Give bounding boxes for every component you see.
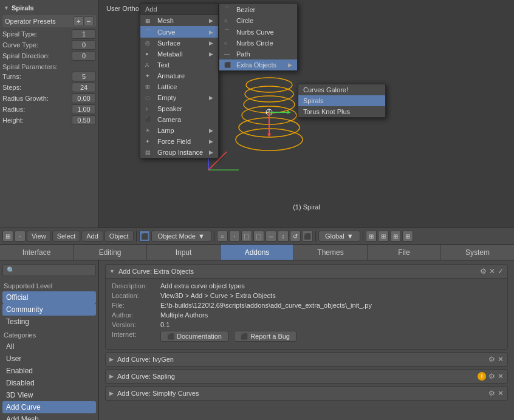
addons-panel: Supported Level Official Community Testi… (0, 260, 514, 420)
tb-sep2 (214, 231, 214, 242)
report-btn[interactable]: ⬛ Report a Bug (234, 331, 296, 342)
tb-sep1 (136, 231, 137, 242)
tb-icon1[interactable]: ○ (217, 231, 228, 242)
menu-item-forcefield[interactable]: ✦ Force Field ▶ (140, 136, 218, 147)
operator-add-btn[interactable]: + (74, 16, 83, 26)
tab-editing[interactable]: Editing (74, 245, 147, 260)
tb-grid1[interactable]: ⊞ (366, 231, 377, 242)
submenu-path[interactable]: — Path (219, 49, 297, 59)
addon-check-icon[interactable]: ✓ (498, 267, 504, 276)
tb-icon4[interactable]: ⬚ (253, 231, 264, 242)
menu-item-group[interactable]: ▤ Group Instance ▶ (140, 147, 218, 158)
metaball-icon: ● (145, 51, 155, 57)
simplify-gear-icon[interactable]: ⚙ (488, 389, 495, 398)
tb-grid3[interactable]: ⊞ (390, 231, 401, 242)
object-btn[interactable]: Object (105, 231, 134, 242)
camera-icon: ⬛ (145, 117, 155, 123)
sapling-arrow: ▶ (109, 373, 114, 379)
menu-item-speaker[interactable]: ♪ Speaker (140, 103, 218, 114)
curve-submenu: ⌒ Bezier ○ Circle ⌒ Nurbs Curve ○ Nurbs … (219, 3, 298, 71)
tab-themes[interactable]: Themes (294, 245, 368, 260)
menu-item-surface[interactable]: ◎ Surface ▶ (140, 38, 218, 49)
simplify-close-icon[interactable]: ✕ (498, 389, 504, 398)
tab-system[interactable]: System (441, 245, 514, 260)
simplify-icons: ⚙ ✕ (488, 389, 504, 398)
view-btn[interactable]: View (27, 231, 51, 242)
tb-icon7[interactable]: ↺ (290, 231, 301, 242)
global-selector[interactable]: Global ▼ (318, 231, 360, 242)
file-row: File: E:\b-builds\1220\2.69\scripts\addo… (112, 302, 501, 309)
level-testing[interactable]: Testing (2, 316, 96, 328)
cat-enabled[interactable]: Enabled (2, 365, 96, 377)
tb-icon2[interactable]: · (229, 231, 240, 242)
tb-icon5[interactable]: ↔ (266, 231, 276, 242)
sapling-gear-icon[interactable]: ⚙ (488, 372, 495, 381)
tab-addons[interactable]: Addons (221, 245, 294, 260)
menu-item-armature[interactable]: ✦ Armature (140, 70, 218, 81)
forcefield-icon: ✦ (145, 138, 155, 144)
level-official[interactable]: Official (2, 291, 96, 303)
extra-spirals[interactable]: Spirals (298, 95, 385, 106)
tab-input[interactable]: Input (147, 245, 221, 260)
toolbar-grid-icon[interactable]: ⊞ (2, 231, 13, 242)
curve-arrow: ▶ (209, 29, 213, 35)
tb-grid2[interactable]: ⊞ (378, 231, 389, 242)
tab-interface[interactable]: Interface (0, 245, 74, 260)
ivygen-icons: ⚙ ✕ (488, 355, 504, 364)
select-btn[interactable]: Select (52, 231, 81, 242)
tab-file[interactable]: File (368, 245, 441, 260)
addon-close-icon[interactable]: ✕ (489, 267, 495, 276)
mode-selector[interactable]: Object Mode ▼ (151, 231, 211, 242)
tb-grid4[interactable]: ⊞ (402, 231, 413, 242)
bottom-toolbar: ⊞ · View Select Add Object ⬛ Object Mode… (0, 228, 514, 245)
cat-add-mesh[interactable]: Add Mesh (2, 413, 96, 420)
operator-presets-row[interactable]: Operator Presets + − (2, 15, 96, 27)
submenu-extra-objects[interactable]: ⬛ Extra Objects ▶ (219, 59, 297, 70)
level-community[interactable]: Community (2, 303, 96, 316)
ivygen-close-icon[interactable]: ✕ (498, 355, 504, 364)
spiral-type-row: Spiral Type: 1 (2, 29, 96, 39)
spiral-label: (1) Spiral (293, 203, 320, 211)
addons-search[interactable] (2, 264, 96, 276)
menu-item-text[interactable]: A Text (140, 59, 218, 70)
cat-all[interactable]: All (2, 340, 96, 353)
addon-ivygen-header[interactable]: ▶ Add Curve: IvyGen ⚙ ✕ (106, 353, 507, 366)
addon-simplify-curves: ▶ Add Curve: Simplify Curves ⚙ ✕ (105, 386, 508, 401)
cat-add-curve[interactable]: Add Curve (2, 401, 96, 413)
submenu-bezier[interactable]: ⌒ Bezier (219, 4, 297, 15)
addon-sapling-header[interactable]: ▶ Add Curve: Sapling ! ⚙ ✕ (106, 370, 507, 383)
menu-item-mesh[interactable]: ▦ Mesh ▶ (140, 15, 218, 26)
menu-item-camera[interactable]: ⬛ Camera (140, 114, 218, 125)
toolbar-dot-icon[interactable]: · (15, 231, 26, 242)
menu-item-lamp[interactable]: ☀ Lamp ▶ (140, 125, 218, 136)
operator-remove-btn[interactable]: − (84, 16, 94, 26)
addon-gear-icon[interactable]: ⚙ (480, 267, 487, 276)
menu-item-empty[interactable]: ◌ Empty ▶ (140, 92, 218, 103)
extra-torus-knot[interactable]: Torus Knot Plus (298, 106, 385, 117)
tb-icon3[interactable]: ⬚ (241, 231, 252, 242)
docs-btn[interactable]: ⬛ Documentation (160, 331, 228, 342)
extra-objects-arrow: ▶ (288, 62, 292, 68)
submenu-circle[interactable]: ○ Circle (219, 15, 297, 26)
addon-simplify-header[interactable]: ▶ Add Curve: Simplify Curves ⚙ ✕ (106, 387, 507, 400)
extra-submenu: Curves Galore! Spirals Torus Knot Plus (298, 84, 386, 118)
submenu-nurbs-curve[interactable]: ⌒ Nurbs Curve (219, 26, 297, 38)
menu-item-lattice[interactable]: ⊞ Lattice (140, 81, 218, 92)
menu-item-metaball[interactable]: ● Metaball ▶ (140, 49, 218, 59)
ivygen-gear-icon[interactable]: ⚙ (488, 355, 495, 364)
tb-object-icon[interactable]: ⬛ (139, 231, 150, 242)
add-btn[interactable]: Add (81, 231, 103, 242)
cat-user[interactable]: User (2, 353, 96, 365)
menu-item-curve[interactable]: ⌒ Curve ▶ (140, 26, 218, 38)
tb-icon8[interactable]: ⬛ (302, 231, 313, 242)
sapling-close-icon[interactable]: ✕ (498, 372, 504, 381)
cat-disabled[interactable]: Disabled (2, 377, 96, 389)
extra-curves-galore[interactable]: Curves Galore! (298, 84, 385, 95)
forcefield-arrow: ▶ (209, 138, 213, 144)
surface-arrow: ▶ (209, 40, 213, 46)
tb-icon6[interactable]: ↕ (278, 231, 289, 242)
addon-extra-objects-header[interactable]: ▼ Add Curve: Extra Objects ⚙ ✕ ✓ (106, 265, 507, 278)
submenu-nurbs-circle[interactable]: ○ Nurbs Circle (219, 38, 297, 49)
cat-3dview[interactable]: 3D View (2, 389, 96, 401)
curve-icon: ⌒ (145, 28, 155, 36)
